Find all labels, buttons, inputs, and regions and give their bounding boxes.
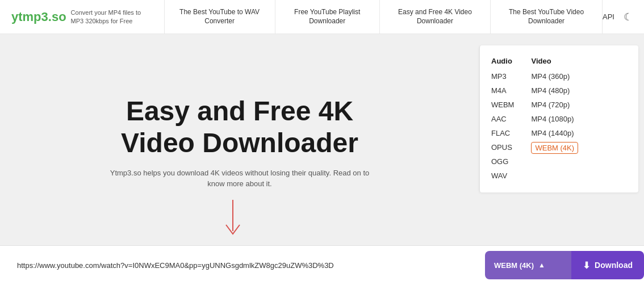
download-button[interactable]: ⬇ Download [571, 251, 644, 279]
format-selector-button[interactable]: WEBM (4K) ▲ [485, 251, 571, 279]
bottom-action-bar: WEBM (4K) ▲ ⬇ Download [485, 245, 644, 285]
format-mp4-360[interactable]: MP4 (360p) [531, 71, 578, 82]
format-mp4-1440[interactable]: MP4 (1440p) [531, 128, 578, 139]
format-mp4-1080[interactable]: MP4 (1080p) [531, 114, 578, 124]
nav-item-playlist[interactable]: Free YouTube Playlist Downloader [275, 0, 380, 34]
format-mp4-480[interactable]: MP4 (480p) [531, 85, 578, 96]
logo-text: ytmp3.so [11, 10, 66, 24]
format-opus[interactable]: OPUS [491, 142, 514, 153]
site-logo[interactable]: ytmp3.so Convert your MP4 files to MP3 3… [11, 9, 150, 25]
selected-format-label: WEBM (4K) [494, 261, 534, 270]
header-right: API ☾ [603, 11, 633, 23]
main-content: Easy and Free 4KVideo Downloader Ytmp3.s… [0, 34, 644, 285]
down-arrow-icon [221, 200, 244, 240]
format-wav[interactable]: WAV [491, 170, 514, 181]
site-header: ytmp3.so Convert your MP4 files to MP3 3… [0, 0, 644, 34]
main-nav: The Best YouTube to WAV Converter Free Y… [164, 0, 603, 34]
nav-item-wav[interactable]: The Best YouTube to WAV Converter [164, 0, 275, 34]
logo-tagline: Convert your MP4 files to MP3 320kbps fo… [71, 9, 150, 25]
format-columns: Audio MP3 M4A WEBM AAC FLAC OPUS OGG WAV… [491, 57, 627, 181]
hero-subtitle: Ytmp3.so helps you download 4K videos wi… [109, 167, 370, 190]
hero-title: Easy and Free 4KVideo Downloader [121, 95, 358, 158]
format-mp4-720[interactable]: MP4 (720p) [531, 99, 578, 110]
download-label: Download [595, 261, 633, 270]
arrow-indicator [221, 200, 244, 240]
download-icon: ⬇ [583, 260, 590, 271]
format-webm-audio[interactable]: WEBM [491, 99, 514, 110]
format-panel: Audio MP3 M4A WEBM AAC FLAC OPUS OGG WAV… [479, 45, 638, 192]
audio-format-col: Audio MP3 M4A WEBM AAC FLAC OPUS OGG WAV [491, 57, 514, 181]
chevron-up-icon: ▲ [538, 261, 545, 269]
format-flac[interactable]: FLAC [491, 128, 514, 139]
format-ogg[interactable]: OGG [491, 156, 514, 167]
dark-mode-icon[interactable]: ☾ [624, 11, 633, 23]
nav-item-yt-downloader[interactable]: The Best YouTube Video Downloader [491, 0, 603, 34]
video-format-col: Video MP4 (360p) MP4 (480p) MP4 (720p) M… [531, 57, 578, 181]
format-mp3[interactable]: MP3 [491, 71, 514, 82]
audio-col-header: Audio [491, 57, 514, 65]
nav-item-4k[interactable]: Easy and Free 4K Video Downloader [380, 0, 491, 34]
format-m4a[interactable]: M4A [491, 85, 514, 96]
api-label[interactable]: API [603, 12, 614, 21]
video-col-header: Video [531, 57, 578, 65]
format-webm-4k[interactable]: WEBM (4K) [531, 142, 578, 154]
format-aac[interactable]: AAC [491, 114, 514, 124]
